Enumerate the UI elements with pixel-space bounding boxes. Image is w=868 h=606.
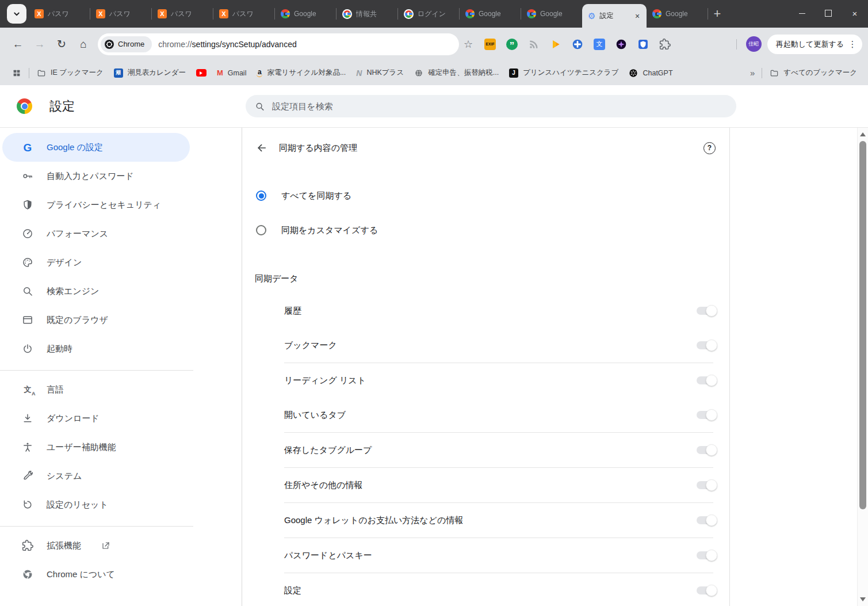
settings-search-input[interactable] <box>271 101 727 112</box>
sidebar-item[interactable]: GGoogle の設定 <box>2 133 190 162</box>
sidebar-item[interactable]: Chrome について <box>0 560 190 589</box>
tab-active[interactable]: ⚙設定× <box>582 4 647 28</box>
sync-toggle-on-disabled[interactable] <box>697 376 716 384</box>
bookmarks-overflow-button[interactable]: » <box>745 68 759 78</box>
sidebar-item[interactable]: デザイン <box>0 248 190 277</box>
xampp-icon: X <box>158 9 167 18</box>
bookmark-item[interactable]: NNHKプラス <box>351 65 409 81</box>
rss-icon <box>528 39 540 50</box>
sidebar-item[interactable]: 文A言語 <box>0 375 190 404</box>
translate-extension-icon-button[interactable]: 文 <box>592 35 606 54</box>
bookmark-item[interactable]: ChatGPT <box>624 66 678 81</box>
minimize-button[interactable] <box>789 0 815 26</box>
sync-toggle-on-disabled[interactable] <box>697 411 716 419</box>
sidebar-item[interactable]: 設定のリセット <box>0 490 190 519</box>
sync-toggle-on-disabled[interactable] <box>697 446 716 454</box>
sidebar-item[interactable]: 既定のブラウザ <box>0 306 190 334</box>
toolbar-separator <box>736 39 737 49</box>
sync-data-list: 履歴ブックマークリーディング リスト開いているタブ保存したタブグループ住所やその… <box>242 294 729 606</box>
rss-extension-icon-button[interactable] <box>527 35 541 54</box>
google-g-icon: G <box>24 142 32 153</box>
tab[interactable]: ログイン <box>398 0 459 28</box>
settings-search-box[interactable] <box>246 95 736 117</box>
tab[interactable]: Google <box>521 0 582 28</box>
speedometer-icon <box>22 228 33 239</box>
tab-close-icon[interactable]: × <box>633 12 642 21</box>
sidebar-item[interactable]: ユーザー補助機能 <box>0 433 190 462</box>
forward-button[interactable]: → <box>29 33 51 55</box>
exif-extension-icon-button[interactable]: EXIF <box>483 35 497 54</box>
youtube-icon <box>196 69 207 77</box>
scrollbar-thumb[interactable] <box>859 141 866 509</box>
sync-item-row: Google ウォレットのお支払い方法などの情報 <box>242 503 729 538</box>
home-button[interactable]: ⌂ <box>72 33 94 55</box>
bookmark-item[interactable] <box>191 66 212 79</box>
bookmark-item[interactable]: Jプリンスハイツテニスクラブ <box>504 65 624 81</box>
new-tab-button[interactable]: + <box>708 0 726 28</box>
sidebar-item[interactable]: 検索エンジン <box>0 277 190 306</box>
close-button[interactable]: × <box>842 0 868 26</box>
sidebar-item-label: プライバシーとセキュリティ <box>47 200 161 211</box>
reload-button[interactable]: ↻ <box>51 33 72 55</box>
settings-header: 設定 <box>0 85 868 128</box>
menu-kebab-icon[interactable]: ⋮ <box>847 39 858 49</box>
scrollbar-down-arrow[interactable] <box>860 597 866 601</box>
sync-toggle-on-disabled[interactable] <box>697 586 716 594</box>
browser-window-icon <box>22 314 33 326</box>
sidebar-item[interactable]: 拡張機能 <box>0 531 190 560</box>
tab[interactable]: Google <box>460 0 521 28</box>
tab[interactable]: Xパスワ <box>29 0 90 28</box>
quote-extension-icon-button[interactable]: ” <box>505 35 519 54</box>
sync-toggle-on-disabled[interactable] <box>697 307 716 315</box>
play-extension-icon-button[interactable] <box>549 35 563 54</box>
chrome-url-chip[interactable]: Chrome <box>101 36 152 52</box>
bookmark-item[interactable]: a家電リサイクル対象品... <box>251 65 351 81</box>
toggle-knob <box>706 375 717 386</box>
sync-toggle-on-disabled[interactable] <box>697 481 716 489</box>
radio-unselected-icon[interactable] <box>256 225 266 235</box>
all-bookmarks-button[interactable]: すべてのブックマーク <box>764 65 862 81</box>
bookmark-star-button[interactable]: ☆ <box>459 35 477 54</box>
tab[interactable]: Xパスワ <box>152 0 213 28</box>
back-button[interactable]: ← <box>7 33 29 55</box>
sync-item-label: 住所やその他の情報 <box>284 480 362 491</box>
sidebar-item[interactable]: 自動入力とパスワード <box>0 162 190 190</box>
vertical-scrollbar[interactable] <box>857 128 868 606</box>
sidebar-item[interactable]: システム <box>0 462 190 490</box>
sync-toggle-on-disabled[interactable] <box>697 516 716 524</box>
bookmark-item[interactable]: 確定申告、振替納税... <box>409 65 504 81</box>
bookmark-item[interactable]: MGmail <box>212 66 252 80</box>
bookmark-item[interactable]: 潮潮見表カレンダー <box>109 65 191 81</box>
sidebar-item[interactable]: プライバシーとセキュリティ <box>0 190 190 219</box>
sync-mode-option[interactable]: 同期をカスタマイズする <box>242 213 729 247</box>
tab[interactable]: Xパスワ <box>213 0 274 28</box>
extensions-puzzle-icon-button[interactable] <box>658 35 672 54</box>
download-icon <box>22 413 33 424</box>
radio-selected-icon[interactable] <box>256 190 266 201</box>
scrollbar-up-arrow[interactable] <box>860 132 866 136</box>
help-button[interactable]: ? <box>703 142 716 154</box>
update-chrome-button[interactable]: 再起動して更新する ⋮ <box>767 35 862 54</box>
tab[interactable]: Xパスワ <box>90 0 151 28</box>
sync-toggle-on-disabled[interactable] <box>697 341 716 349</box>
address-bar[interactable]: Chrome chrome://settings/syncSetup/advan… <box>98 33 459 55</box>
tab[interactable]: Google <box>275 0 336 28</box>
medical-cross-extension-icon-button[interactable] <box>571 35 584 54</box>
power-icon <box>22 343 33 355</box>
sparkle-extension-icon-button[interactable] <box>614 35 628 54</box>
apps-grid-button[interactable] <box>7 66 26 81</box>
profile-avatar[interactable]: 佳昭 <box>746 36 762 52</box>
sync-toggle-on-disabled[interactable] <box>697 551 716 559</box>
tab[interactable]: 情報共 <box>337 0 397 28</box>
bitwarden-shield-extension-icon-button[interactable] <box>636 35 650 54</box>
sidebar-item[interactable]: ダウンロード <box>0 404 190 433</box>
sidebar-item[interactable]: 起動時 <box>0 334 190 363</box>
back-arrow-button[interactable] <box>256 142 267 154</box>
tab[interactable]: Google <box>647 0 708 28</box>
sidebar-item[interactable]: パフォーマンス <box>0 219 190 248</box>
sync-mode-option[interactable]: すべてを同期する <box>242 178 729 213</box>
sync-item-label: ブックマーク <box>284 340 337 351</box>
bookmark-item[interactable]: IE ブックマーク <box>32 65 109 81</box>
tab-search-button[interactable] <box>7 4 26 24</box>
maximize-button[interactable] <box>815 0 842 26</box>
